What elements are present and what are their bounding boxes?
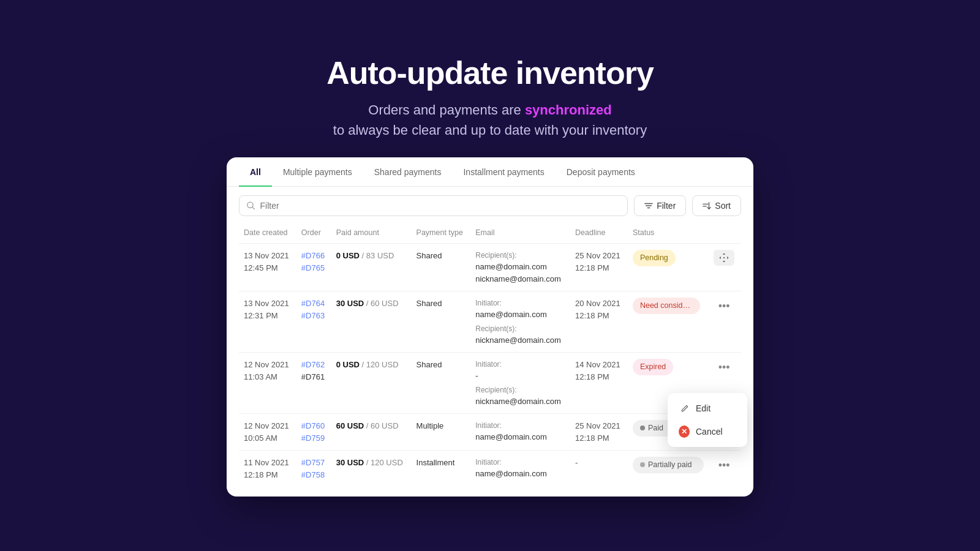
row5-date: 11 Nov 202112:18 PM — [239, 451, 296, 487]
context-menu-cancel[interactable]: ✕ Cancel — [668, 420, 747, 443]
sort-button[interactable]: Sort — [692, 195, 741, 216]
row3-email: Initiator: - Recipient(s): nickname@doma… — [470, 353, 570, 414]
tab-deposit-payments[interactable]: Deposit payments — [556, 157, 646, 187]
row1-paid-amount: 0 USD / 83 USD — [331, 244, 412, 291]
order-link-d757[interactable]: #D757 — [301, 457, 326, 469]
tab-shared-payments[interactable]: Shared payments — [363, 157, 453, 187]
table-container: Date created Order Paid amount Payment t… — [227, 225, 753, 497]
hero-subtitle: Orders and payments are synchronized to … — [326, 100, 654, 140]
row2-date: 13 Nov 202112:31 PM — [239, 291, 296, 353]
row3-action-button[interactable]: ••• — [714, 359, 735, 377]
row2-payment-type: Shared — [412, 291, 471, 353]
col-payment-type: Payment type — [412, 225, 471, 244]
order-link-d760[interactable]: #D760 — [301, 420, 326, 432]
row1-status: Pending — [628, 244, 709, 291]
row2-deadline: 20 Nov 202112:18 PM — [570, 291, 628, 353]
hero-subtitle-after: to always be clear and up to date with y… — [333, 122, 647, 138]
tabs-bar: All Multiple payments Shared payments In… — [227, 157, 753, 187]
col-actions — [709, 225, 741, 244]
col-paid-amount: Paid amount — [331, 225, 412, 244]
row2-action: ••• — [709, 291, 741, 353]
row1-action-button[interactable] — [714, 250, 734, 266]
table-row: 12 Nov 202111:03 AM #D762 #D761 0 USD / … — [239, 353, 741, 414]
row3-payment-type: Shared — [412, 353, 471, 414]
context-menu-edit[interactable]: Edit — [668, 397, 747, 420]
row5-status: Partially paid — [628, 451, 709, 487]
row3-paid-amount: 0 USD / 120 USD — [331, 353, 412, 414]
col-status: Status — [628, 225, 709, 244]
sort-btn-label: Sort — [715, 201, 731, 211]
edit-icon — [679, 403, 690, 414]
row2-action-button[interactable]: ••• — [714, 298, 735, 315]
filter-button[interactable]: Filter — [634, 195, 686, 216]
status-badge: Pending — [633, 250, 676, 266]
row4-deadline: 25 Nov 202112:18 PM — [570, 414, 628, 451]
hero-subtitle-before: Orders and payments are — [368, 102, 525, 118]
hero-title: Auto-update inventory — [326, 54, 654, 91]
row5-email: Initiator: name@domain.com — [470, 451, 570, 487]
table-row: 12 Nov 202110:05 AM #D760 #D759 60 USD /… — [239, 414, 741, 451]
main-card: All Multiple payments Shared payments In… — [227, 157, 753, 497]
cancel-icon: ✕ — [679, 426, 690, 437]
tab-multiple-payments[interactable]: Multiple payments — [272, 157, 363, 187]
svg-point-7 — [723, 257, 725, 258]
order-link-d763[interactable]: #D763 — [301, 310, 326, 322]
row1-date: 13 Nov 202112:45 PM — [239, 244, 296, 291]
col-deadline: Deadline — [570, 225, 628, 244]
sort-icon — [703, 201, 711, 210]
row4-paid-amount: 60 USD / 60 USD — [331, 414, 412, 451]
col-order: Order — [296, 225, 331, 244]
svg-line-1 — [252, 207, 254, 209]
row3-orders: #D762 #D761 — [296, 353, 331, 414]
row1-orders: #D766 #D765 — [296, 244, 331, 291]
search-icon — [247, 201, 255, 210]
cancel-label: Cancel — [696, 427, 723, 437]
table-row: 13 Nov 202112:45 PM #D766 #D765 0 USD / … — [239, 244, 741, 291]
tab-all[interactable]: All — [239, 157, 272, 187]
order-link-d762[interactable]: #D762 — [301, 359, 326, 371]
search-input[interactable] — [260, 201, 620, 211]
status-badge: Expired — [633, 359, 673, 375]
page-container: Auto-update inventory Orders and payment… — [0, 0, 980, 551]
order-link-d758[interactable]: #D758 — [301, 469, 326, 481]
row4-payment-type: Multiple — [412, 414, 471, 451]
status-badge: Partially paid — [633, 457, 704, 473]
row2-orders: #D764 #D763 — [296, 291, 331, 353]
row5-deadline: - — [570, 451, 628, 487]
table-row: 13 Nov 202112:31 PM #D764 #D763 30 USD /… — [239, 291, 741, 353]
row2-status: Need considera — [628, 291, 709, 353]
status-badge: Need considera — [633, 298, 700, 314]
row1-payment-type: Shared — [412, 244, 471, 291]
row5-action: ••• — [709, 451, 741, 487]
row2-paid-amount: 30 USD / 60 USD — [331, 291, 412, 353]
row3-deadline: 14 Nov 202112:18 PM — [570, 353, 628, 414]
row3-date: 12 Nov 202111:03 AM — [239, 353, 296, 414]
filter-icon — [644, 201, 653, 210]
edit-label: Edit — [696, 403, 710, 413]
order-link-d766[interactable]: #D766 — [301, 250, 326, 262]
row4-orders: #D760 #D759 — [296, 414, 331, 451]
hero-section: Auto-update inventory Orders and payment… — [326, 54, 654, 140]
order-link-d764[interactable]: #D764 — [301, 298, 326, 310]
row5-paid-amount: 30 USD / 120 USD — [331, 451, 412, 487]
row1-action — [709, 244, 741, 291]
tab-installment-payments[interactable]: Installment payments — [452, 157, 555, 187]
hero-subtitle-highlight: synchronized — [525, 102, 612, 118]
row1-deadline: 25 Nov 202112:18 PM — [570, 244, 628, 291]
move-icon — [718, 252, 729, 263]
order-link-d765[interactable]: #D765 — [301, 262, 326, 274]
row2-email: Initiator: name@domain.com Recipient(s):… — [470, 291, 570, 353]
col-date-created: Date created — [239, 225, 296, 244]
row4-email: Initiator: name@domain.com — [470, 414, 570, 451]
table-row: 11 Nov 202112:18 PM #D757 #D758 30 USD /… — [239, 451, 741, 487]
row1-email: Recipient(s): name@domain.com nickname@d… — [470, 244, 570, 291]
filter-btn-label: Filter — [657, 201, 676, 211]
row5-orders: #D757 #D758 — [296, 451, 331, 487]
row5-action-button[interactable]: ••• — [714, 457, 735, 474]
row5-payment-type: Installment — [412, 451, 471, 487]
context-menu: Edit ✕ Cancel — [668, 393, 747, 447]
toolbar: Filter Sort — [227, 187, 753, 225]
order-link-d759[interactable]: #D759 — [301, 432, 326, 444]
col-email: Email — [470, 225, 570, 244]
search-box — [239, 195, 628, 216]
